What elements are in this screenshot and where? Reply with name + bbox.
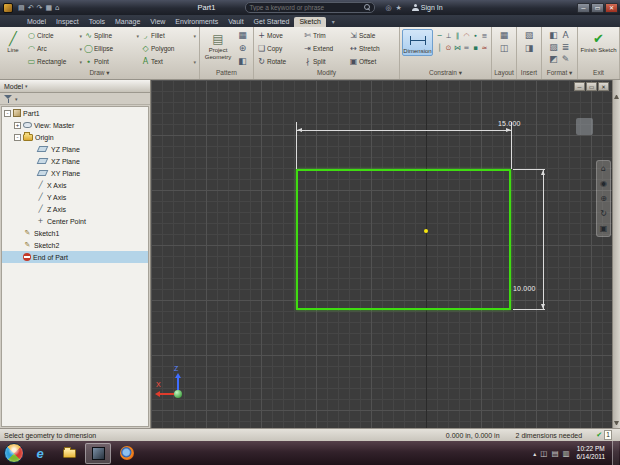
constrain-group-label[interactable]: Constrain ▾ <box>400 68 491 79</box>
tab-model[interactable]: Model <box>22 17 51 27</box>
search-icon[interactable] <box>364 4 371 11</box>
dropdown-arrow-icon[interactable]: ▾ <box>79 46 82 52</box>
format-group-label[interactable]: Format ▾ <box>542 68 577 79</box>
dropdown-arrow-icon[interactable]: ▾ <box>136 33 139 39</box>
tree-item-end-of-part[interactable]: End of Part <box>2 251 148 263</box>
tab-tools[interactable]: Tools <box>84 17 110 27</box>
document-close-button[interactable]: ✕ <box>598 82 609 91</box>
tree-expander[interactable]: - <box>14 134 21 141</box>
navigation-bar[interactable]: ⌂ ◉ ⊕ ↻ ▣ <box>596 160 611 237</box>
minimize-ribbon-icon[interactable]: ▾ <box>332 18 335 27</box>
move-tool-button[interactable]: +Move <box>256 29 302 42</box>
draw-group-label[interactable]: Draw ▾ <box>0 68 199 79</box>
stretch-tool-button[interactable]: ↔Stretch <box>348 42 394 55</box>
sketch-canvas[interactable]: ─ ▭ ✕ ⌂ ◉ ⊕ ↻ ▣ 15.000 10.000 <box>151 80 620 428</box>
filter-icon[interactable] <box>4 94 13 103</box>
rectangular-pattern-icon[interactable]: ▦ <box>236 29 249 41</box>
minimize-button[interactable]: ─ <box>577 3 590 13</box>
search-input[interactable] <box>249 4 362 11</box>
look-at-icon[interactable]: ▣ <box>600 224 608 233</box>
document-restore-button[interactable]: ▭ <box>586 82 597 91</box>
layout-block-icon[interactable]: ◫ <box>500 43 509 54</box>
insert-points-icon[interactable]: ◨ <box>525 43 534 54</box>
parallel-constraint-icon[interactable]: ∥ <box>453 31 462 43</box>
tab-sketch[interactable]: Sketch <box>294 17 325 27</box>
tree-item-sketch1[interactable]: ✎Sketch1 <box>2 227 148 239</box>
circular-pattern-icon[interactable]: ⊛ <box>236 42 249 54</box>
sketch-rectangle[interactable] <box>296 169 511 310</box>
extend-tool-button[interactable]: ⇥Extend <box>302 42 348 55</box>
smooth-constraint-icon[interactable]: ≈ <box>480 43 489 55</box>
format-centerline-icon[interactable]: ▨ <box>548 42 560 54</box>
undo-icon[interactable]: ↶ <box>28 4 34 12</box>
scale-tool-button[interactable]: ⇲Scale <box>348 29 394 42</box>
tree-expander[interactable]: - <box>4 110 11 117</box>
tab-inspect[interactable]: Inspect <box>51 17 84 27</box>
perpendicular-constraint-icon[interactable]: ⟂ <box>444 31 453 43</box>
taskbar-clock[interactable]: 10:22 PM 6/14/2011 <box>577 445 605 461</box>
dropdown-arrow-icon[interactable]: ▾ <box>79 33 82 39</box>
volume-icon[interactable]: ▥ <box>562 449 569 458</box>
tab-view[interactable]: View <box>145 17 170 27</box>
rotate-tool-button[interactable]: ↻Rotate <box>256 55 302 68</box>
menu-icon[interactable]: ▤ <box>18 4 25 12</box>
layout-sketch-icon[interactable]: ▦ <box>500 30 509 41</box>
redo-icon[interactable]: ↷ <box>37 4 43 12</box>
polygon-tool-button[interactable]: ◇Polygon <box>140 42 197 55</box>
tab-environments[interactable]: Environments <box>170 17 223 27</box>
network-icon[interactable]: ▤ <box>551 449 558 458</box>
height-dimension-value[interactable]: 10.000 <box>513 285 536 292</box>
tree-item-x-axis[interactable]: ╱X Axis <box>2 179 148 191</box>
format-linetype-icon[interactable]: ≣ <box>560 42 572 54</box>
maximize-button[interactable]: ▭ <box>591 3 604 13</box>
tab-get-started[interactable]: Get Started <box>249 17 295 27</box>
zoom-icon[interactable]: ⊕ <box>600 194 607 203</box>
tree-expander[interactable]: + <box>14 122 21 129</box>
canvas-scrollbar[interactable] <box>612 80 620 428</box>
circle-tool-button[interactable]: ○Circle▾ <box>26 29 83 42</box>
format-layer-icon[interactable]: ◩ <box>548 54 560 66</box>
mirror-icon[interactable]: ◧ <box>236 55 249 67</box>
tree-item-y-axis[interactable]: ╱Y Axis <box>2 191 148 203</box>
tree-item-view-master[interactable]: +View: Master <box>2 119 148 131</box>
close-button[interactable]: ✕ <box>605 3 618 13</box>
line-tool-button[interactable]: ╱ Line <box>2 29 24 54</box>
fix-constraint-icon[interactable]: ▪ <box>471 43 480 55</box>
document-minimize-button[interactable]: ─ <box>574 82 585 91</box>
fillet-tool-button[interactable]: ◞Fillet▾ <box>140 29 197 42</box>
collinear-constraint-icon[interactable]: ≡ <box>480 31 489 43</box>
tray-app-icon[interactable]: ◫ <box>540 449 547 458</box>
show-desktop-button[interactable] <box>612 441 619 465</box>
orbit-icon[interactable]: ↻ <box>600 209 607 218</box>
concentric-constraint-icon[interactable]: ⊙ <box>444 43 453 55</box>
dropdown-arrow-icon[interactable]: ▾ <box>193 33 196 39</box>
horizontal-constraint-icon[interactable]: ─ <box>435 31 444 43</box>
tree-item-origin[interactable]: -Origin <box>2 131 148 143</box>
text-tool-button[interactable]: AText▾ <box>140 55 197 68</box>
application-menu-icon[interactable] <box>3 3 13 13</box>
trim-tool-button[interactable]: ✄Trim <box>302 29 348 42</box>
tab-vault[interactable]: Vault <box>223 17 248 27</box>
dropdown-arrow-icon[interactable]: ▾ <box>193 59 196 65</box>
dropdown-arrow-icon[interactable]: ▾ <box>79 59 82 65</box>
tree-item-yz-plane[interactable]: YZ Plane <box>2 143 148 155</box>
chevron-down-icon[interactable]: ▾ <box>15 96 18 102</box>
sign-in-button[interactable]: Sign In <box>412 4 443 12</box>
width-dimension-value[interactable]: 15.000 <box>498 120 521 127</box>
search-box[interactable] <box>245 2 375 13</box>
home-view-icon[interactable]: ⌂ <box>601 164 606 173</box>
save-icon[interactable]: ▦ <box>45 4 52 12</box>
tree-item-sketch2[interactable]: ✎Sketch2 <box>2 239 148 251</box>
rectangle-tool-button[interactable]: ▭Rectangle▾ <box>26 55 83 68</box>
format-construction-icon[interactable]: ◧ <box>548 30 560 42</box>
viewcube[interactable] <box>576 118 593 135</box>
show-hidden-icons-button[interactable]: ▴ <box>533 450 536 457</box>
inventor-taskbar-button[interactable] <box>85 443 111 464</box>
coincident-constraint-icon[interactable]: ∙ <box>471 31 480 43</box>
steering-wheel-icon[interactable]: ◉ <box>600 179 607 188</box>
ellipse-tool-button[interactable]: ◯Ellipse <box>83 42 140 55</box>
offset-tool-button[interactable]: ▣Offset <box>348 55 394 68</box>
firefox-taskbar-button[interactable] <box>114 443 140 464</box>
tree-item-xz-plane[interactable]: XZ Plane <box>2 155 148 167</box>
scrollbar-up-arrow[interactable] <box>614 94 619 99</box>
